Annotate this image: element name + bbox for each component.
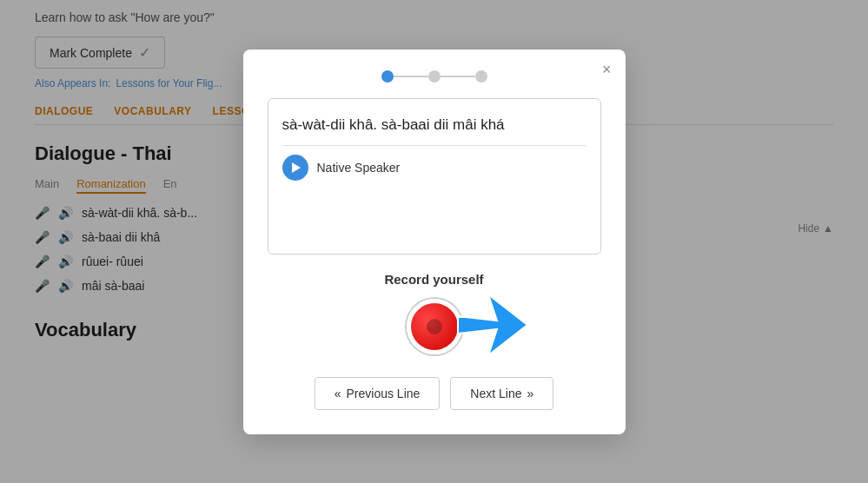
- arrow-pointer-icon: [454, 290, 532, 360]
- previous-line-button[interactable]: Previous Line: [315, 377, 441, 410]
- nav-buttons: Previous Line Next Line: [268, 377, 601, 410]
- progress-dot-2: [428, 70, 441, 83]
- native-speaker-row: Native Speaker: [282, 145, 586, 181]
- native-speaker-play-button[interactable]: [282, 155, 308, 181]
- romanization-text: sà-wàt-dii khâ. sà-baai dii mâi khá: [282, 113, 586, 136]
- modal-overlay: × sà-wàt-dii khâ. sà-baai dii mâi khá Na…: [0, 0, 868, 483]
- record-modal: × sà-wàt-dii khâ. sà-baai dii mâi khá Na…: [243, 50, 626, 434]
- record-label: Record yourself: [268, 272, 601, 287]
- progress-line-1: [394, 76, 428, 77]
- chevron-left-icon: [335, 387, 341, 400]
- progress-dot-1: [381, 70, 394, 83]
- chevron-right-icon: [527, 387, 533, 400]
- modal-close-button[interactable]: ×: [602, 62, 612, 77]
- romanization-display-box: sà-wàt-dii khâ. sà-baai dii mâi khá Nati…: [268, 98, 601, 255]
- previous-line-label: Previous Line: [347, 387, 421, 400]
- record-section: Record yourself Previous Line Next Line: [268, 272, 601, 410]
- progress-dot-3: [475, 70, 487, 83]
- next-line-button[interactable]: Next Line: [450, 377, 553, 410]
- native-speaker-label: Native Speaker: [317, 161, 401, 175]
- svg-marker-0: [458, 294, 527, 355]
- next-line-label: Next Line: [470, 387, 521, 400]
- record-area: [407, 299, 462, 354]
- progress-dots: [268, 70, 601, 83]
- progress-line-2: [441, 76, 475, 77]
